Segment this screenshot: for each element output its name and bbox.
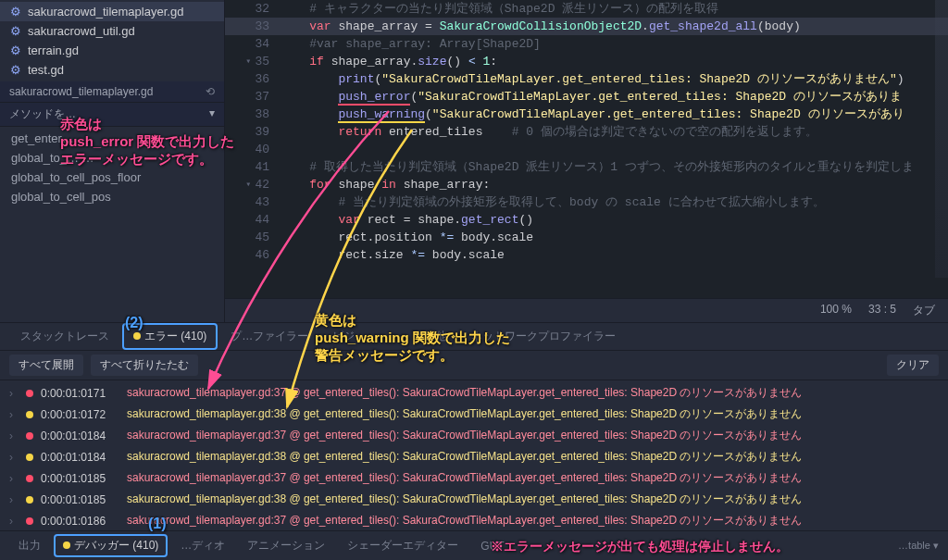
code-line[interactable]: 46 rect.size *= body.scale: [225, 246, 948, 264]
chevron-right-icon[interactable]: ›: [9, 387, 19, 400]
gear-icon: ⚙: [9, 44, 22, 57]
collapse-all-button[interactable]: すべて折りたたむ: [91, 355, 198, 376]
clear-button[interactable]: クリア: [887, 355, 939, 376]
error-message: sakuracrowd_tilemaplayer.gd:38 @ get_ent…: [127, 449, 939, 465]
code-editor[interactable]: 32 # キャラクターの当たり判定領域（Shape2D 派生リソース）の配列を取…: [225, 0, 948, 322]
indent-type[interactable]: タブ: [913, 303, 935, 318]
cursor-position[interactable]: 33 : 5: [868, 303, 896, 318]
error-timestamp: 0:00:01:0172: [41, 408, 119, 421]
code-line[interactable]: 34 #var shape_array: Array[Shape2D]: [225, 35, 948, 53]
error-timestamp: 0:00:01:0186: [41, 515, 119, 528]
error-row[interactable]: ›0:00:01:0185sakuracrowd_tilemaplayer.gd…: [0, 489, 948, 510]
method-item[interactable]: get_enter…: [0, 129, 224, 148]
debugger-tab[interactable]: ビジ…: [321, 323, 377, 350]
debugger-tab[interactable]: ネットワークプロファイラー: [460, 323, 627, 350]
error-message: sakuracrowd_tilemaplayer.gd:37 @ get_ent…: [127, 385, 939, 401]
code-line[interactable]: 43 # 当たり判定領域の外接矩形を取得して、body の scale に合わせ…: [225, 193, 948, 211]
gear-icon: ⚙: [9, 64, 22, 77]
code-line[interactable]: 44 var rect = shape.get_rect(): [225, 211, 948, 229]
debugger-tabs: スタックトレースエラー (410)プ…ファイラービジ…その他ネットワークプロファ…: [0, 323, 948, 351]
method-item[interactable]: global_to_… …: [0, 148, 224, 168]
code-line[interactable]: 40: [225, 141, 948, 158]
error-timestamp: 0:00:01:0171: [41, 387, 119, 400]
debugger-tab[interactable]: [379, 331, 401, 342]
code-line[interactable]: ▾42 for shape in shape_array:: [225, 176, 948, 193]
error-row[interactable]: ›0:00:01:0172sakuracrowd_tilemaplayer.gd…: [0, 404, 948, 425]
editor-status-bar: 100 % 33 : 5 タブ: [225, 298, 948, 322]
error-row[interactable]: ›0:00:01:0185sakuracrowd_tilemaplayer.gd…: [0, 467, 948, 489]
method-filter[interactable]: メソッドを… ▾: [0, 102, 224, 127]
code-line[interactable]: 38 push_warning("SakuraCrowdTileMapLayer…: [225, 106, 948, 123]
chevron-right-icon[interactable]: ›: [9, 493, 19, 506]
output-tab[interactable]: …ディオ: [171, 534, 234, 557]
error-severity-icon: [26, 411, 33, 418]
method-list: get_enter…global_to_… …global_to_cell_po…: [0, 127, 224, 208]
error-message: sakuracrowd_tilemaplayer.gd:37 @ get_ent…: [127, 428, 939, 443]
error-severity-icon: [26, 475, 33, 482]
output-tab[interactable]: シェーダーエディター: [338, 534, 468, 557]
filter-icon[interactable]: ▾: [209, 106, 215, 122]
script-file-item[interactable]: ⚙terrain.gd: [0, 41, 224, 60]
chevron-right-icon[interactable]: ›: [9, 408, 19, 421]
output-tab[interactable]: GUT: [471, 536, 513, 556]
code-line[interactable]: 41 # 取得した当たり判定領域（Shape2D 派生リソース）1 つずつ、その…: [225, 158, 948, 176]
chevron-right-icon[interactable]: ›: [9, 451, 19, 464]
error-row[interactable]: ›0:00:01:0184sakuracrowd_tilemaplayer.gd…: [0, 446, 948, 467]
debugger-tab[interactable]: その他: [403, 323, 458, 350]
chevron-right-icon[interactable]: ›: [9, 515, 19, 528]
method-item[interactable]: global_to_cell_pos: [0, 187, 224, 206]
chevron-right-icon[interactable]: ›: [9, 429, 19, 442]
output-tab[interactable]: デバッガー (410): [54, 534, 168, 557]
debugger-tab[interactable]: プ…ファイラー: [219, 323, 319, 350]
file-sidebar: ⚙sakuracrowd_tilemaplayer.gd⚙sakuracrowd…: [0, 0, 225, 322]
error-toolbar: すべて展開 すべて折りたたむ クリア: [0, 351, 948, 380]
expand-all-button[interactable]: すべて展開: [9, 355, 83, 376]
gear-icon: ⚙: [9, 6, 22, 19]
error-message: sakuracrowd_tilemaplayer.gd:38 @ get_ent…: [127, 406, 939, 422]
history-icon[interactable]: ⟲: [206, 85, 215, 98]
error-timestamp: 0:00:01:0184: [41, 451, 119, 464]
debugger-tab[interactable]: エラー (410): [122, 323, 218, 350]
chevron-right-icon[interactable]: ›: [9, 472, 19, 485]
error-message: sakuracrowd_tilemaplayer.gd:37 @ get_ent…: [127, 470, 939, 486]
error-row[interactable]: ›0:00:01:0171sakuracrowd_tilemaplayer.gd…: [0, 382, 948, 404]
code-line[interactable]: ▾35 if shape_array.size() < 1:: [225, 53, 948, 70]
zoom-level[interactable]: 100 %: [820, 303, 852, 318]
method-item[interactable]: global_to_cell_pos_floor: [0, 168, 224, 187]
script-file-item[interactable]: ⚙test.gd: [0, 60, 224, 80]
script-breadcrumb[interactable]: sakuracrowd_tilemaplayer.gd ⟲: [0, 81, 224, 102]
error-list[interactable]: ›0:00:01:0171sakuracrowd_tilemaplayer.gd…: [0, 380, 948, 530]
output-tab[interactable]: 出力: [9, 534, 50, 557]
output-tab[interactable]: アニメーション: [238, 534, 334, 557]
error-message: sakuracrowd_tilemaplayer.gd:38 @ get_ent…: [127, 492, 939, 507]
error-severity-icon: [26, 454, 33, 461]
debugger-tab[interactable]: スタックトレース: [9, 323, 120, 350]
minimap[interactable]: [935, 0, 948, 278]
error-severity-icon: [26, 432, 33, 440]
gear-icon: ⚙: [9, 25, 22, 38]
error-timestamp: 0:00:01:0184: [41, 429, 119, 442]
error-severity-icon: [26, 517, 33, 525]
script-file-list: ⚙sakuracrowd_tilemaplayer.gd⚙sakuracrowd…: [0, 0, 224, 81]
code-line[interactable]: 45 rect.position *= body.scale: [225, 229, 948, 246]
error-row[interactable]: ›0:00:01:0184sakuracrowd_tilemaplayer.gd…: [0, 425, 948, 446]
code-line[interactable]: 39 return entered_tiles # 0 個の場合は判定できないの…: [225, 123, 948, 141]
debugger-panel: スタックトレースエラー (410)プ…ファイラービジ…その他ネットワークプロファ…: [0, 322, 948, 560]
output-tabs: 出力デバッガー (410)…ディオアニメーションシェーダーエディターGUT…ta…: [0, 530, 948, 560]
code-line[interactable]: 37 push_error("SakuraCrowdTileMapLayer.g…: [225, 88, 948, 106]
code-line[interactable]: 33 var shape_array = SakuraCrowdCollisio…: [225, 18, 948, 35]
script-file-item[interactable]: ⚙sakuracrowd_tilemaplayer.gd: [0, 2, 224, 21]
error-timestamp: 0:00:01:0185: [41, 493, 119, 506]
error-message: sakuracrowd_tilemaplayer.gd:37 @ get_ent…: [127, 513, 939, 529]
code-line[interactable]: 32 # キャラクターの当たり判定領域（Shape2D 派生リソース）の配列を取…: [225, 0, 948, 18]
script-file-item[interactable]: ⚙sakuracrowd_util.gd: [0, 21, 224, 41]
error-severity-icon: [26, 390, 33, 397]
code-line[interactable]: 36 print("SakuraCrowdTileMapLayer.get_en…: [225, 70, 948, 88]
error-timestamp: 0:00:01:0185: [41, 472, 119, 485]
error-severity-icon: [26, 496, 33, 504]
error-row[interactable]: ›0:00:01:0186sakuracrowd_tilemaplayer.gd…: [0, 510, 948, 530]
version-selector[interactable]: …table ▾: [898, 540, 939, 552]
